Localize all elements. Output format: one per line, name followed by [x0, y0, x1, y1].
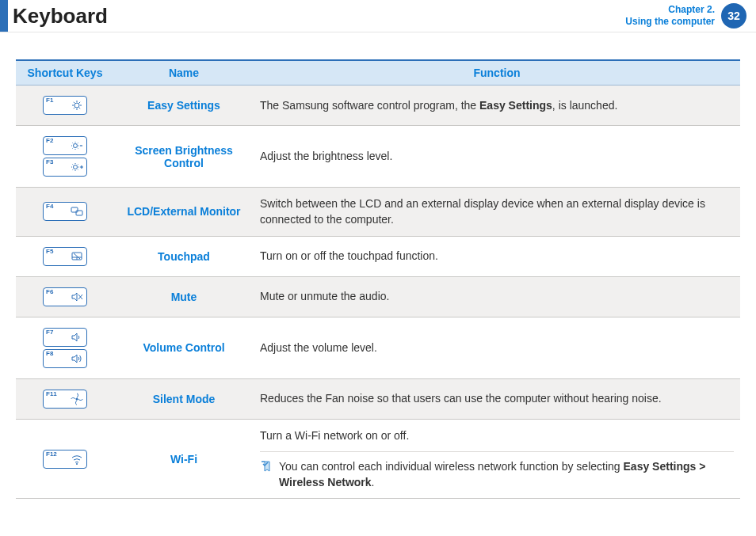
table-row: F11 Silent ModeReduces the Fan noise so … — [16, 378, 740, 419]
cell-name: LCD/External Monitor — [114, 188, 254, 237]
cell-function: Adjust the brightness level. — [254, 126, 740, 188]
cell-keys: F1 — [16, 86, 114, 126]
keycap-label: F11 — [46, 391, 57, 397]
cell-name: Volume Control — [114, 317, 254, 378]
page-title: Keyboard — [13, 4, 108, 29]
chapter-label: Chapter 2. Using the computer — [625, 4, 715, 28]
mute-icon — [71, 291, 83, 303]
page-number-badge: 32 — [721, 3, 746, 29]
table-row: F6 MuteMute or unmute the audio. — [16, 276, 740, 317]
note-icon — [260, 460, 273, 473]
cell-keys: F2 F3 — [16, 126, 114, 188]
bright-plus-icon — [71, 161, 83, 173]
keycap-label: F8 — [46, 351, 53, 357]
keycap-f1: F1 — [43, 96, 87, 115]
keycap-f12: F12 — [43, 450, 87, 469]
keycap-f2: F2 — [43, 136, 87, 155]
table-row: F5 TouchpadTurn on or off the touchpad f… — [16, 236, 740, 276]
cell-name: Mute — [114, 276, 254, 317]
vol-up-icon — [71, 352, 83, 365]
cell-keys: F6 — [16, 276, 114, 317]
note-text: You can control each individual wireless… — [279, 458, 734, 491]
table-header-row: Shortcut Keys Name Function — [16, 60, 740, 86]
keycap-label: F6 — [46, 289, 53, 295]
vol-down-icon — [71, 331, 83, 344]
chapter-line2: Using the computer — [625, 16, 715, 28]
keycap-label: F1 — [46, 97, 53, 104]
keycap-label: F5 — [46, 249, 53, 255]
fan-icon — [71, 393, 83, 405]
table-row: F4 LCD/External MonitorSwitch between th… — [16, 188, 740, 237]
cell-keys: F4 — [16, 188, 114, 237]
cell-keys: F5 — [16, 236, 114, 276]
keycap-f7: F7 — [43, 328, 87, 347]
cell-keys: F7 F8 — [16, 317, 114, 378]
cell-name: Touchpad — [114, 236, 254, 276]
keycap-f11: F11 — [43, 390, 87, 409]
cell-name: Screen Brightness Control — [114, 126, 254, 188]
keycap-f5: F5 — [43, 247, 87, 266]
page-header: Keyboard Chapter 2. Using the computer 3… — [0, 0, 756, 32]
cell-function: Turn on or off the touchpad function. — [254, 236, 740, 276]
monitor-swap-icon — [71, 205, 83, 218]
shortcut-table: Shortcut Keys Name Function F1 Easy Sett… — [16, 59, 740, 499]
keycap-label: F2 — [46, 138, 53, 144]
shortcut-table-wrap: Shortcut Keys Name Function F1 Easy Sett… — [0, 32, 756, 499]
cell-function: Switch between the LCD and an external d… — [254, 188, 740, 237]
col-header-func: Function — [254, 60, 740, 86]
cell-function: Adjust the volume level. — [254, 317, 740, 378]
keycap-f6: F6 — [43, 287, 87, 306]
keycap-f8: F8 — [43, 349, 87, 368]
gear-icon — [71, 99, 83, 112]
cell-name: Wi-Fi — [114, 419, 254, 499]
touchpad-icon — [71, 250, 83, 263]
cell-name: Silent Mode — [114, 378, 254, 419]
table-row: F2 F3 Screen Brightness ControlAdjust th… — [16, 126, 740, 188]
keycap-f4: F4 — [43, 202, 87, 221]
accent-bar — [0, 0, 8, 32]
keycap-f3: F3 — [43, 158, 87, 177]
cell-keys: F12 — [16, 419, 114, 499]
keycap-label: F7 — [46, 329, 53, 336]
cell-function: Mute or unmute the audio. — [254, 276, 740, 317]
table-row: F7 F8 Volume ControlAdjust the volume le… — [16, 317, 740, 378]
keycap-label: F4 — [46, 203, 53, 210]
col-header-keys: Shortcut Keys — [16, 60, 114, 86]
keycap-label: F3 — [46, 159, 53, 165]
cell-function: The Samsung software control program, th… — [254, 86, 740, 126]
cell-keys: F11 — [16, 378, 114, 419]
keycap-label: F12 — [46, 451, 57, 458]
chapter-line1: Chapter 2. — [625, 4, 715, 16]
bright-minus-icon — [71, 139, 83, 152]
wifi-icon — [71, 453, 83, 466]
cell-name: Easy Settings — [114, 86, 254, 126]
col-header-name: Name — [114, 60, 254, 86]
cell-function: Reduces the Fan noise so that users can … — [254, 378, 740, 419]
table-row: F1 Easy SettingsThe Samsung software con… — [16, 86, 740, 126]
table-row: F12 Wi-FiTurn a Wi-Fi network on or off.… — [16, 419, 740, 499]
cell-function: Turn a Wi-Fi network on or off. You can … — [254, 419, 740, 499]
